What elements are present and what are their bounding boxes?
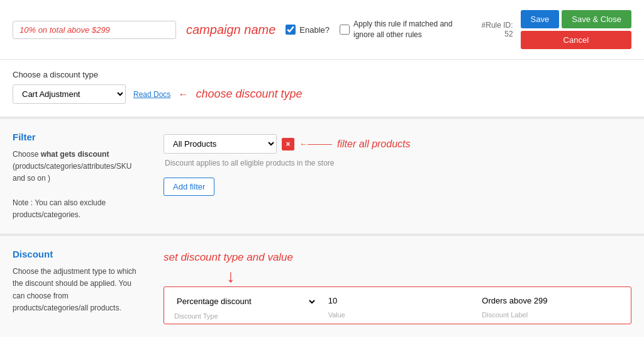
- discount-annotation-row: set discount type and value: [164, 251, 631, 264]
- enable-label: Enable?: [299, 25, 330, 35]
- discount-value-label: Value: [325, 311, 471, 319]
- filter-clear-button[interactable]: ×: [282, 138, 294, 150]
- filter-desc: Choose what gets discount (products/cate…: [13, 149, 138, 221]
- cancel-button[interactable]: Cancel: [521, 31, 631, 49]
- filter-note: Note : You can also exclude products/cat…: [13, 198, 106, 219]
- rule-id-area: #Rule ID: 52 Save Save & Close Cancel: [482, 10, 631, 49]
- discount-type-select[interactable]: Percentage discount Fixed discount Free …: [170, 293, 317, 310]
- discount-controls: Percentage discount Fixed discount Free …: [164, 286, 631, 324]
- filter-right: All Products Specific Products Specific …: [164, 132, 631, 221]
- header-buttons: Save Save & Close Cancel: [521, 10, 631, 49]
- discount-type-section: Choose a discount type Cart Adjustment P…: [0, 60, 644, 119]
- save-close-button[interactable]: Save & Close: [562, 10, 631, 28]
- enable-checkbox-area: Enable?: [286, 25, 330, 35]
- choose-discount-annotation: choose discount type: [196, 88, 302, 101]
- rule-match-area: Apply this rule if matched and ignore al…: [340, 19, 454, 40]
- campaign-name-annotation: campaign name: [186, 23, 275, 37]
- read-docs-link[interactable]: Read Docs: [133, 90, 170, 99]
- discount-type-field: Percentage discount Fixed discount Free …: [170, 293, 317, 320]
- discount-value-input[interactable]: [325, 293, 471, 309]
- discount-type-select[interactable]: Cart Adjustment Product Discount Shippin…: [13, 84, 126, 104]
- discount-left: Discount Choose the adjustment type to w…: [13, 249, 138, 324]
- discount-type-row: Cart Adjustment Product Discount Shippin…: [13, 84, 631, 104]
- rule-id-value: 52: [504, 30, 513, 38]
- filter-controls: All Products Specific Products Specific …: [164, 134, 631, 154]
- discount-label-label: Discount Label: [478, 311, 625, 319]
- discount-label-input[interactable]: [478, 293, 625, 309]
- discount-annotation-text: set discount type and value: [164, 251, 293, 264]
- filter-title: Filter: [13, 132, 138, 142]
- filter-annotation: filter all products: [337, 139, 411, 150]
- discount-type-label: Discount Type: [170, 312, 317, 320]
- rule-match-checkbox[interactable]: [340, 25, 350, 35]
- discount-right: set discount type and value ↓ Percentage…: [164, 249, 631, 324]
- campaign-name-input[interactable]: [13, 21, 176, 39]
- discount-title: Discount: [13, 249, 138, 259]
- filter-bold-text: what gets discount: [41, 150, 109, 159]
- filter-arrow-icon: ←———: [299, 139, 332, 149]
- rule-match-label: Apply this rule if matched and ignore al…: [353, 19, 454, 40]
- save-button[interactable]: Save: [521, 10, 560, 28]
- discount-section: Discount Choose the adjustment type to w…: [0, 236, 644, 337]
- header-section: campaign name Enable? Apply this rule if…: [0, 0, 644, 60]
- discount-type-label: Choose a discount type: [13, 70, 631, 79]
- arrow-left-icon: ←: [178, 89, 188, 100]
- rule-id-label: #Rule ID:: [482, 21, 513, 30]
- filter-hint: Discount applies to all eligible product…: [165, 159, 631, 167]
- add-filter-button[interactable]: Add filter: [164, 178, 214, 196]
- discount-arrow-icon: ↓: [226, 268, 235, 285]
- enable-checkbox[interactable]: [286, 25, 296, 35]
- filter-section: Filter Choose what gets discount (produc…: [0, 119, 644, 236]
- filter-left: Filter Choose what gets discount (produc…: [13, 132, 138, 221]
- discount-label-field: Discount Label: [478, 293, 625, 320]
- discount-desc: Choose the adjustment type to which the …: [13, 266, 138, 314]
- discount-value-field: Value: [325, 293, 471, 320]
- filter-product-select[interactable]: All Products Specific Products Specific …: [164, 134, 277, 154]
